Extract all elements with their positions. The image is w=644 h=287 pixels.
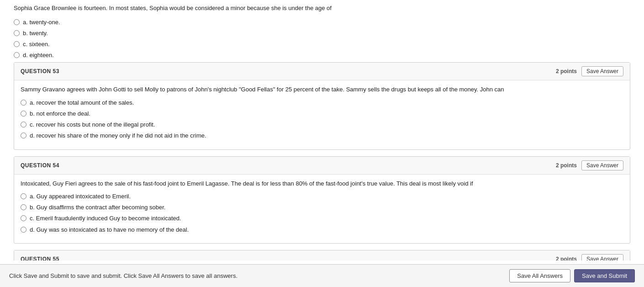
q53-label-c[interactable]: c. recover his costs but none of the ill… <box>30 121 155 129</box>
intro-label-b[interactable]: b. twenty. <box>23 29 48 37</box>
q54-option-c: c. Emeril fraudulently induced Guy to be… <box>21 214 623 223</box>
save-and-submit-button[interactable]: Save and Submit <box>574 269 635 282</box>
question-55-save-button[interactable]: Save Answer <box>581 254 623 260</box>
q54-radio-a[interactable] <box>21 193 26 199</box>
question-53-points: 2 points <box>556 68 577 74</box>
intro-options: a. twenty-one. b. twenty. c. sixteen. d.… <box>14 18 630 60</box>
question-54-header: QUESTION 54 2 points Save Answer <box>14 157 630 175</box>
question-55-points: 2 points <box>556 256 577 260</box>
question-54-text: Intoxicated, Guy Fieri agrees to the sal… <box>21 179 623 188</box>
question-53-label: QUESTION 53 <box>21 68 59 74</box>
intro-option-b: b. twenty. <box>14 29 630 37</box>
q54-label-c[interactable]: c. Emeril fraudulently induced Guy to be… <box>30 214 181 223</box>
question-53-header: QUESTION 53 2 points Save Answer <box>14 63 630 80</box>
question-53-text: Sammy Gravano agrees with John Gotti to … <box>21 85 623 94</box>
question-54-body: Intoxicated, Guy Fieri agrees to the sal… <box>14 175 630 243</box>
q53-option-a: a. recover the total amount of the sales… <box>21 99 623 107</box>
q54-option-b: b. Guy disaffirms the contract after bec… <box>21 203 623 212</box>
q53-label-b[interactable]: b. not enforce the deal. <box>30 110 90 118</box>
question-55-header: QUESTION 55 2 points Save Answer <box>14 250 630 260</box>
q53-radio-a[interactable] <box>21 100 26 106</box>
bottom-bar-text: Click Save and Submit to save and submit… <box>9 272 238 279</box>
question-54-points: 2 points <box>556 162 577 169</box>
main-content: Sophia Grace Brownlee is fourteen. In mo… <box>0 0 644 260</box>
bottom-bar: Click Save and Submit to save and submit… <box>0 264 644 287</box>
q53-option-d: d. recover his share of the money only i… <box>21 132 623 140</box>
q54-radio-b[interactable] <box>21 204 26 210</box>
question-55-right: 2 points Save Answer <box>556 254 623 260</box>
intro-radio-c[interactable] <box>14 41 20 47</box>
q53-label-d[interactable]: d. recover his share of the money only i… <box>30 132 206 140</box>
intro-option-d: d. eighteen. <box>14 51 630 59</box>
question-54-right: 2 points Save Answer <box>556 160 623 170</box>
intro-radio-a[interactable] <box>14 19 20 25</box>
question-53-save-button[interactable]: Save Answer <box>581 66 623 76</box>
intro-label-a[interactable]: a. twenty-one. <box>23 18 60 27</box>
question-55-label: QUESTION 55 <box>21 256 59 260</box>
q54-label-d[interactable]: d. Guy was so intoxicated as to have no … <box>30 226 189 234</box>
intro-radio-b[interactable] <box>14 30 20 36</box>
q54-label-b[interactable]: b. Guy disaffirms the contract after bec… <box>30 203 165 212</box>
question-53-block: QUESTION 53 2 points Save Answer Sammy G… <box>14 62 630 149</box>
save-all-answers-button[interactable]: Save All Answers <box>509 269 570 282</box>
intro-question-text: Sophia Grace Brownlee is fourteen. In mo… <box>14 5 332 11</box>
intro-text: Sophia Grace Brownlee is fourteen. In mo… <box>14 0 630 18</box>
question-54-label: QUESTION 54 <box>21 162 59 169</box>
question-53-body: Sammy Gravano agrees with John Gotti to … <box>14 80 630 149</box>
q53-radio-b[interactable] <box>21 111 26 117</box>
intro-option-a: a. twenty-one. <box>14 18 630 27</box>
q54-option-d: d. Guy was so intoxicated as to have no … <box>21 226 623 234</box>
q54-radio-c[interactable] <box>21 215 26 221</box>
question-53-right: 2 points Save Answer <box>556 66 623 76</box>
q54-label-a[interactable]: a. Guy appeared intoxicated to Emeril. <box>30 192 131 201</box>
question-54-block: QUESTION 54 2 points Save Answer Intoxic… <box>14 156 630 244</box>
intro-label-d[interactable]: d. eighteen. <box>23 51 54 59</box>
q53-radio-c[interactable] <box>21 122 26 128</box>
intro-label-c[interactable]: c. sixteen. <box>23 40 50 48</box>
q54-radio-d[interactable] <box>21 227 26 233</box>
question-54-save-button[interactable]: Save Answer <box>581 160 623 170</box>
q53-option-b: b. not enforce the deal. <box>21 110 623 118</box>
q54-option-a: a. Guy appeared intoxicated to Emeril. <box>21 192 623 201</box>
q53-label-a[interactable]: a. recover the total amount of the sales… <box>30 99 134 107</box>
intro-option-c: c. sixteen. <box>14 40 630 48</box>
q53-option-c: c. recover his costs but none of the ill… <box>21 121 623 129</box>
intro-radio-d[interactable] <box>14 52 20 58</box>
q53-radio-d[interactable] <box>21 133 26 138</box>
question-55-block: QUESTION 55 2 points Save Answer Queen a… <box>14 250 630 260</box>
bottom-bar-buttons: Save All Answers Save and Submit <box>509 269 635 282</box>
